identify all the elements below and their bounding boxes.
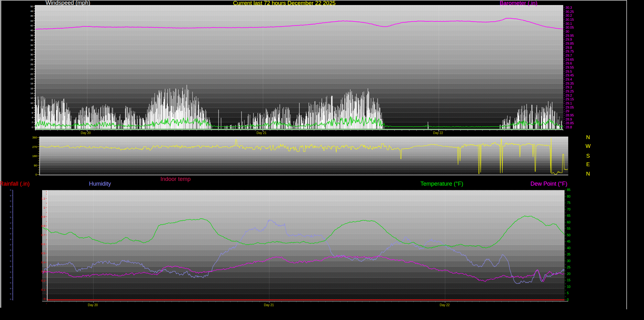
svg-text:S: S (586, 153, 590, 159)
svg-text:29.8: 29.8 (566, 46, 572, 49)
svg-text:Humidity: Humidity (89, 181, 111, 187)
svg-text:0.8: 0.8 (41, 224, 45, 227)
svg-text:Day 20: Day 20 (81, 131, 91, 135)
svg-text:28.9: 28.9 (566, 117, 572, 121)
svg-text:40: 40 (567, 246, 571, 250)
svg-text:65: 65 (567, 214, 571, 217)
svg-text:N: N (586, 134, 590, 140)
svg-text:30.1: 30.1 (566, 22, 572, 25)
svg-text:29.85: 29.85 (566, 42, 574, 45)
svg-text:5: 5 (567, 291, 569, 295)
svg-text:30.3: 30.3 (566, 6, 572, 9)
svg-text:Barometer (.in): Barometer (.in) (500, 0, 537, 6)
svg-text:6: 6 (32, 111, 33, 114)
svg-text:16: 16 (31, 87, 33, 90)
svg-text:29.1: 29.1 (566, 101, 572, 105)
svg-text:8: 8 (32, 106, 33, 109)
svg-text:Day 22: Day 22 (433, 131, 443, 135)
svg-text:0.2: 0.2 (41, 279, 45, 282)
svg-text:30.2: 30.2 (566, 14, 572, 17)
svg-text:14: 14 (31, 92, 33, 95)
svg-text:Day 22: Day 22 (440, 303, 450, 307)
svg-text:29.45: 29.45 (566, 73, 574, 77)
svg-text:0: 0 (32, 126, 33, 129)
svg-text:25: 25 (567, 266, 571, 269)
svg-text:26: 26 (31, 63, 33, 66)
svg-text:30: 30 (566, 30, 569, 33)
svg-text:32: 32 (31, 48, 33, 51)
svg-text:29.25: 29.25 (566, 89, 574, 93)
svg-text:29.9: 29.9 (566, 37, 572, 41)
svg-text:0.5: 0.5 (41, 252, 45, 255)
svg-text:0.6: 0.6 (41, 243, 45, 246)
svg-text:60: 60 (567, 221, 571, 224)
svg-text:E: E (586, 161, 590, 167)
svg-text:15: 15 (567, 278, 571, 282)
svg-text:0.9: 0.9 (41, 215, 45, 218)
svg-text:20: 20 (567, 272, 571, 276)
svg-text:Dew Point (°F): Dew Point (°F) (530, 181, 567, 187)
svg-text:Temperature (°F): Temperature (°F) (420, 181, 463, 187)
svg-text:1: 1 (43, 206, 45, 209)
svg-text:30: 30 (31, 53, 33, 56)
svg-text:4: 4 (32, 116, 33, 119)
svg-text:180: 180 (32, 154, 37, 158)
svg-text:55: 55 (567, 227, 571, 230)
svg-text:38: 38 (31, 34, 33, 37)
svg-text:29.35: 29.35 (566, 81, 574, 85)
svg-text:29.55: 29.55 (566, 65, 574, 69)
svg-text:28.85: 28.85 (566, 121, 574, 125)
svg-text:0: 0 (567, 298, 569, 301)
svg-text:29.5: 29.5 (566, 70, 572, 73)
svg-text:10: 10 (567, 285, 571, 289)
svg-text:29.4: 29.4 (566, 77, 572, 81)
svg-text:Rainfall (.in): Rainfall (.in) (0, 181, 30, 187)
svg-text:18: 18 (31, 82, 33, 85)
svg-text:29.3: 29.3 (566, 85, 572, 89)
svg-text:90: 90 (34, 164, 37, 167)
svg-text:Indoor temp: Indoor temp (160, 176, 191, 182)
svg-text:29.95: 29.95 (566, 34, 574, 37)
svg-text:28.8: 28.8 (566, 125, 572, 129)
svg-text:Current last 72 hours December: Current last 72 hours December 22 2025 (233, 0, 336, 6)
svg-text:29.2: 29.2 (566, 93, 572, 97)
svg-text:Day 20: Day 20 (88, 303, 98, 307)
svg-text:29.7: 29.7 (566, 53, 572, 57)
svg-text:24: 24 (31, 68, 33, 70)
svg-text:44: 44 (31, 20, 33, 22)
svg-text:46: 46 (31, 14, 33, 17)
svg-text:12: 12 (31, 97, 33, 99)
svg-text:28: 28 (31, 58, 33, 61)
svg-text:30.05: 30.05 (566, 25, 574, 29)
svg-text:W: W (586, 143, 591, 149)
svg-text:10: 10 (31, 102, 33, 104)
svg-text:28.95: 28.95 (566, 113, 574, 117)
svg-text:45: 45 (567, 240, 571, 243)
svg-text:0.3: 0.3 (41, 270, 45, 273)
svg-text:0.1: 0.1 (41, 288, 45, 291)
svg-text:29.05: 29.05 (566, 105, 574, 109)
svg-text:70: 70 (567, 208, 571, 211)
svg-text:0: 0 (43, 297, 45, 300)
svg-text:Windspeed (mph): Windspeed (mph) (46, 0, 90, 6)
svg-text:30.15: 30.15 (566, 18, 574, 21)
svg-text:50: 50 (31, 5, 33, 8)
svg-text:34: 34 (31, 44, 33, 47)
svg-text:360: 360 (32, 136, 37, 139)
svg-text:270: 270 (32, 145, 37, 149)
svg-text:22: 22 (31, 73, 33, 76)
svg-text:85: 85 (567, 188, 571, 192)
svg-text:0.4: 0.4 (41, 261, 45, 264)
svg-text:75: 75 (567, 201, 571, 205)
svg-text:20: 20 (31, 77, 33, 80)
svg-text:2: 2 (32, 121, 33, 124)
svg-text:1.1: 1.1 (41, 197, 45, 200)
svg-text:29.15: 29.15 (566, 97, 574, 101)
svg-text:30.25: 30.25 (566, 10, 574, 14)
svg-text:0: 0 (35, 173, 37, 176)
svg-text:29.75: 29.75 (566, 49, 574, 53)
svg-text:29: 29 (566, 109, 569, 113)
svg-text:29.6: 29.6 (566, 61, 572, 65)
svg-text:80: 80 (567, 195, 571, 198)
svg-text:36: 36 (31, 39, 33, 42)
